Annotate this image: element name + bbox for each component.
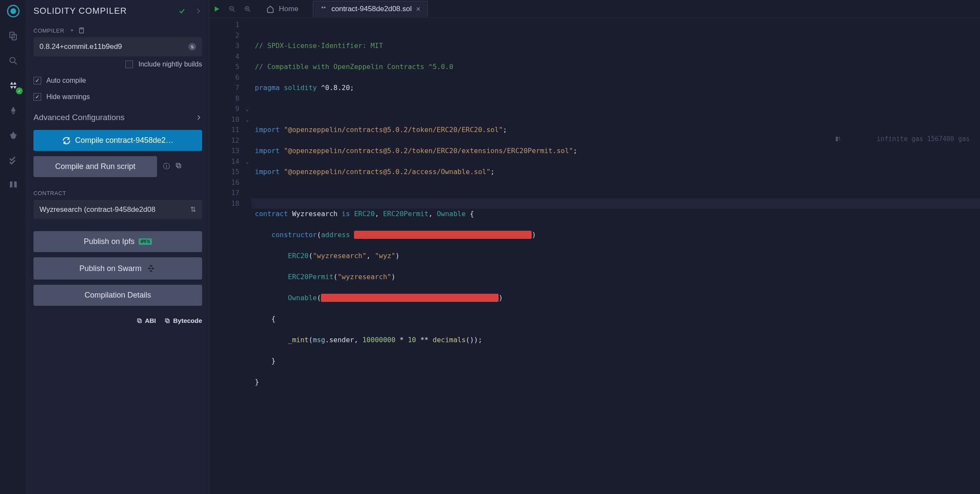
compilation-details-button[interactable]: Compilation Details <box>33 285 202 306</box>
editor-toolbar: Home contract-9458de2d08.sol × <box>209 0 980 18</box>
svg-rect-12 <box>176 163 180 167</box>
tab-home-label: Home <box>279 5 298 13</box>
compile-button-label: Compile contract-9458de2… <box>75 136 173 145</box>
contract-label: CONTRACT <box>33 190 66 196</box>
gas-pump-icon <box>835 114 873 163</box>
close-tab-icon[interactable]: × <box>416 5 421 14</box>
compile-button[interactable]: Compile contract-9458de2… <box>33 130 202 151</box>
activity-bar: ✓ <box>0 0 27 494</box>
compiler-version-select[interactable]: 0.8.24+commit.e11b9ed9 ⇅ <box>33 37 202 56</box>
svg-rect-16 <box>166 319 169 322</box>
compiler-panel: SOLIDITY COMPILER COMPILER + 0.8.24+comm… <box>27 0 209 494</box>
file-explorer-icon[interactable] <box>6 28 21 44</box>
chevron-right-icon[interactable] <box>194 7 202 15</box>
tab-home[interactable]: Home <box>259 1 305 17</box>
svg-line-9 <box>15 135 17 135</box>
debugger-icon[interactable] <box>6 128 21 143</box>
swarm-icon <box>146 263 156 274</box>
svg-line-5 <box>15 62 17 64</box>
nightly-builds-checkbox[interactable] <box>125 60 133 68</box>
bytecode-label: Bytecode <box>173 317 202 324</box>
fold-icon[interactable]: ⌄ <box>246 157 249 167</box>
gas-hint-text: infinite gas 1567400 gas <box>877 134 970 145</box>
solidity-compiler-icon[interactable]: ✓ <box>6 78 21 93</box>
fold-icon[interactable]: ⌄ <box>246 114 249 125</box>
compilation-details-label: Compilation Details <box>85 291 151 300</box>
svg-rect-10 <box>79 28 83 33</box>
svg-rect-11 <box>177 164 181 168</box>
checks-icon[interactable] <box>6 153 21 168</box>
fold-icon[interactable]: ⌄ <box>246 104 249 114</box>
nightly-builds-label: Include nightly builds <box>138 60 202 68</box>
compiler-version-value: 0.8.24+commit.e11b9ed9 <box>39 42 122 51</box>
copy-bytecode-button[interactable]: Bytecode <box>164 317 202 324</box>
main-area: Home contract-9458de2d08.sol × 1 2 3 4 5… <box>209 0 980 494</box>
advanced-config-label: Advanced Configurations <box>33 113 124 122</box>
svg-point-1 <box>10 8 16 14</box>
add-compiler-icon[interactable]: + <box>70 27 74 34</box>
compile-success-badge: ✓ <box>16 87 23 94</box>
chevron-right-icon <box>195 114 202 121</box>
publish-swarm-label: Publish on Swarm <box>79 264 142 273</box>
hide-warnings-label: Hide warnings <box>46 93 90 101</box>
copy-abi-button[interactable]: ABI <box>136 317 156 324</box>
svg-point-4 <box>10 57 15 63</box>
deploy-icon[interactable] <box>6 103 21 118</box>
contract-selected-value: Wyzresearch (contract-9458de2d08 <box>39 205 155 214</box>
ipfs-icon: IPFS <box>139 238 151 245</box>
svg-rect-14 <box>137 319 140 322</box>
search-icon[interactable] <box>6 53 21 69</box>
gas-annotation: infinite gas 1567400 gas <box>835 114 970 163</box>
svg-point-6 <box>11 133 16 139</box>
zoom-in-icon[interactable] <box>244 5 251 13</box>
auto-compile-checkbox[interactable]: ✓ <box>33 77 41 84</box>
zoom-out-icon[interactable] <box>228 5 236 13</box>
compile-run-button[interactable]: Compile and Run script <box>33 156 157 177</box>
compiler-file-icon[interactable] <box>78 27 85 34</box>
contract-select[interactable]: Wyzresearch (contract-9458de2d08 ⇅ <box>33 200 202 219</box>
svg-line-8 <box>10 135 11 135</box>
panel-title: SOLIDITY COMPILER <box>33 6 127 16</box>
hide-warnings-checkbox[interactable]: ✓ <box>33 93 41 101</box>
publish-ipfs-label: Publish on Ipfs <box>84 237 134 246</box>
copy-icon[interactable] <box>175 162 182 171</box>
tab-contract-file[interactable]: contract-9458de2d08.sol × <box>313 1 428 17</box>
abi-label: ABI <box>145 317 156 324</box>
remix-logo-icon[interactable] <box>6 3 21 19</box>
select-arrow-icon: ⇅ <box>190 205 196 214</box>
docs-icon[interactable] <box>6 178 21 193</box>
select-arrow-icon: ⇅ <box>188 43 196 51</box>
publish-swarm-button[interactable]: Publish on Swarm <box>33 257 202 280</box>
code-editor[interactable]: 1 2 3 4 5 6 7 8 9⌄ 10⌄ 11 12 13 14⌄ 15 1… <box>209 18 980 494</box>
svg-rect-15 <box>166 319 169 322</box>
refresh-icon <box>62 136 71 145</box>
svg-line-21 <box>248 10 250 12</box>
svg-line-18 <box>233 10 235 12</box>
code-content[interactable]: // SPDX-License-Identifier: MIT // Compa… <box>251 18 980 494</box>
redacted-address: _0xBFd1c77E095dB72c70A5D0BE07F87F5dC8547… <box>354 231 532 239</box>
compile-run-label: Compile and Run script <box>55 162 135 171</box>
compile-check-icon[interactable] <box>178 7 186 15</box>
tab-file-label: contract-9458de2d08.sol <box>331 5 411 13</box>
line-gutter: 1 2 3 4 5 6 7 8 9⌄ 10⌄ 11 12 13 14⌄ 15 1… <box>209 18 251 494</box>
redacted-address: _0xBFd1c77E095dB72c70A5D0BE07F87F5dC8547… <box>321 294 499 302</box>
svg-rect-13 <box>138 319 141 322</box>
solidity-file-icon <box>320 6 327 12</box>
play-icon[interactable] <box>213 5 221 13</box>
publish-ipfs-button[interactable]: Publish on Ipfs IPFS <box>33 231 202 252</box>
info-icon[interactable]: ⓘ <box>163 162 170 171</box>
auto-compile-label: Auto compile <box>46 77 86 84</box>
home-icon <box>266 5 275 13</box>
advanced-config-toggle[interactable]: Advanced Configurations <box>33 105 202 130</box>
compiler-label: COMPILER <box>33 27 64 34</box>
